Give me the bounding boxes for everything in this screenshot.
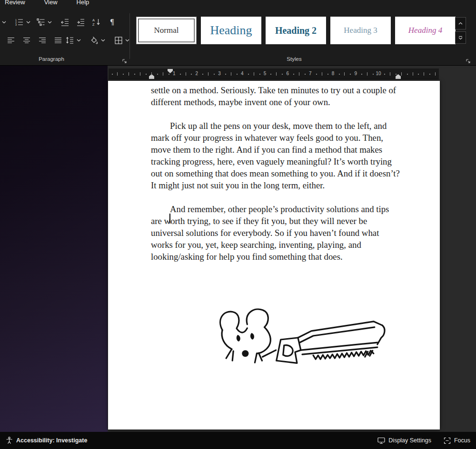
svg-text:3: 3 xyxy=(15,23,17,26)
document-page[interactable]: settle on a method. Seriously. Take ten … xyxy=(108,81,440,429)
focus-label: Focus xyxy=(454,437,470,444)
display-settings-label: Display Settings xyxy=(388,437,431,444)
align-right-button[interactable] xyxy=(36,34,48,46)
styles-dialog-launcher-icon[interactable] xyxy=(465,58,471,64)
align-center-button[interactable] xyxy=(20,34,32,46)
shading-dropdown-icon[interactable] xyxy=(100,34,106,46)
paragraph[interactable]: Pick up all the pens on your desk, move … xyxy=(151,120,400,191)
multilevel-list-dropdown-icon[interactable] xyxy=(47,16,52,28)
menu-help[interactable]: Help xyxy=(77,0,89,8)
styles-gallery-scroll xyxy=(455,17,466,44)
display-settings-icon xyxy=(377,437,385,444)
menu-review[interactable]: Review xyxy=(5,0,25,8)
focus-icon xyxy=(444,437,451,444)
right-indent-marker[interactable] xyxy=(396,74,401,79)
show-paragraph-marks-button[interactable]: ¶ xyxy=(106,16,118,28)
styles-more-icon[interactable] xyxy=(455,31,466,44)
svg-text:Z: Z xyxy=(92,22,95,26)
styles-group-label: Styles xyxy=(136,56,452,65)
mouse-and-saw-drawing[interactable] xyxy=(216,306,393,370)
menu-bar: Review View Help xyxy=(0,0,476,8)
numbered-list-dropdown-icon[interactable] xyxy=(25,16,31,28)
increase-indent-button[interactable] xyxy=(75,16,87,28)
paragraph-dialog-launcher-icon[interactable] xyxy=(121,58,128,64)
line-spacing-button[interactable] xyxy=(64,34,76,46)
style-card-normal[interactable]: Normal xyxy=(136,17,197,44)
paragraph[interactable]: settle on a method. Seriously. Take ten … xyxy=(151,84,400,108)
svg-text:A: A xyxy=(92,18,95,22)
focus-button[interactable]: Focus xyxy=(444,437,470,444)
first-line-indent-marker[interactable] xyxy=(168,69,173,73)
document-workspace: 12345678910 settle on a method. Seriousl… xyxy=(0,66,476,432)
accessibility-status[interactable]: Accessibility: Investigate xyxy=(6,437,87,444)
ribbon-group-separator xyxy=(129,13,130,59)
desktop-background xyxy=(0,66,108,432)
bullets-dropdown-icon[interactable] xyxy=(1,16,7,28)
styles-scroll-up-icon[interactable] xyxy=(455,17,466,29)
decrease-indent-button[interactable] xyxy=(59,16,71,28)
shading-button[interactable] xyxy=(88,34,100,46)
paragraph[interactable]: And remember, other people’s productivit… xyxy=(151,203,400,263)
style-card-heading4[interactable]: Heading 4 xyxy=(395,17,456,44)
paragraph-group-label: Paragraph xyxy=(0,56,103,65)
document-text[interactable]: settle on a method. Seriously. Take ten … xyxy=(151,84,400,274)
justify-button[interactable] xyxy=(52,34,64,46)
line-spacing-dropdown-icon[interactable] xyxy=(76,34,81,46)
text-cursor xyxy=(169,214,170,224)
numbered-list-button[interactable]: 123 xyxy=(13,16,25,28)
menu-view[interactable]: View xyxy=(44,0,58,8)
ribbon: 123 AZ ¶ xyxy=(0,8,476,66)
status-bar: Accessibility: Investigate Display Setti… xyxy=(0,432,476,449)
accessibility-icon xyxy=(6,437,13,444)
sort-button[interactable]: AZ xyxy=(90,16,102,28)
paragraph-group-row1: 123 AZ ¶ xyxy=(1,16,118,28)
display-settings-button[interactable]: Display Settings xyxy=(377,437,431,444)
accessibility-label: Accessibility: Investigate xyxy=(16,437,87,444)
style-card-heading1[interactable]: Heading xyxy=(201,17,261,44)
paragraph-group-row2 xyxy=(5,34,130,46)
ruler[interactable]: 12345678910 xyxy=(109,68,439,79)
borders-button[interactable] xyxy=(112,34,124,46)
multilevel-list-button[interactable] xyxy=(35,16,47,28)
styles-gallery: Normal Heading Heading 2 Heading 3 Headi… xyxy=(136,17,456,44)
style-card-heading2[interactable]: Heading 2 xyxy=(266,17,326,44)
align-left-button[interactable] xyxy=(5,34,17,46)
style-card-heading3[interactable]: Heading 3 xyxy=(330,17,391,44)
